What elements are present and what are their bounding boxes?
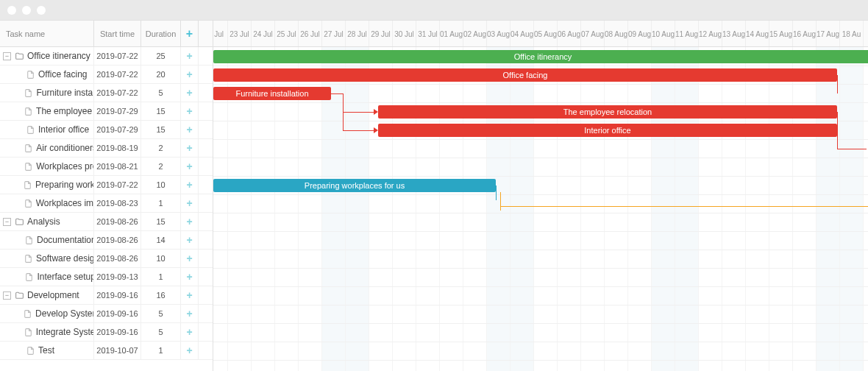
task-start-cell[interactable]: 2019-09-16: [94, 305, 141, 322]
task-start-cell[interactable]: 2019-09-16: [94, 286, 141, 304]
gantt-bar[interactable]: Office itinerancy: [213, 50, 868, 63]
task-duration-cell[interactable]: 1: [141, 194, 181, 212]
task-name-cell[interactable]: Office facing: [0, 66, 94, 83]
task-row[interactable]: Workplaces imp2019-08-231+: [0, 194, 213, 213]
task-row[interactable]: Test2019-10-071+: [0, 342, 213, 360]
task-start-cell[interactable]: 2019-09-16: [94, 323, 141, 341]
task-start-cell[interactable]: 2019-07-29: [94, 121, 141, 138]
task-start-cell[interactable]: 2019-08-19: [94, 139, 141, 157]
add-task-button[interactable]: +: [181, 47, 199, 65]
task-duration-cell[interactable]: 5: [141, 84, 181, 102]
task-row[interactable]: −Development2019-09-1616+: [0, 286, 213, 305]
add-task-button[interactable]: +: [181, 84, 199, 102]
task-name-cell[interactable]: Workplaces imp: [0, 194, 94, 212]
col-header-add[interactable]: +: [181, 21, 199, 46]
add-task-button[interactable]: +: [181, 305, 199, 322]
task-start-cell[interactable]: 2019-08-21: [94, 158, 141, 175]
add-task-button[interactable]: +: [181, 286, 199, 304]
task-start-cell[interactable]: 2019-08-26: [94, 231, 141, 249]
add-task-button[interactable]: +: [181, 213, 199, 230]
task-row[interactable]: Interface setup2019-09-131+: [0, 268, 213, 286]
task-name-cell[interactable]: Workplaces pre: [0, 158, 94, 175]
task-name-cell[interactable]: −Office itinerancy: [0, 47, 94, 65]
task-duration-cell[interactable]: 5: [141, 323, 181, 341]
collapse-toggle[interactable]: −: [3, 52, 11, 60]
col-header-name[interactable]: Task name: [0, 21, 94, 46]
task-name-cell[interactable]: Test: [0, 342, 94, 359]
gantt-bar[interactable]: Interior office: [378, 124, 837, 137]
gantt-bar[interactable]: The employee relocation: [378, 105, 837, 119]
window-dot[interactable]: [37, 6, 46, 15]
add-task-button[interactable]: +: [181, 268, 199, 286]
task-row[interactable]: −Analysis2019-08-2615+: [0, 213, 213, 231]
task-row[interactable]: Develop System2019-09-165+: [0, 305, 213, 323]
col-header-duration[interactable]: Duration: [141, 21, 181, 46]
task-name-cell[interactable]: −Development: [0, 286, 94, 304]
add-task-button[interactable]: +: [181, 121, 199, 138]
task-duration-cell[interactable]: 15: [141, 102, 181, 120]
col-header-start[interactable]: Start time: [94, 21, 141, 46]
task-start-cell[interactable]: 2019-07-22: [94, 84, 141, 102]
add-task-button[interactable]: +: [181, 102, 199, 120]
task-start-cell[interactable]: 2019-08-26: [94, 213, 141, 230]
task-duration-cell[interactable]: 10: [141, 250, 181, 267]
gantt-bar[interactable]: Preparing workplaces for us: [213, 179, 496, 192]
task-duration-cell[interactable]: 15: [141, 121, 181, 138]
task-duration-cell[interactable]: 10: [141, 176, 181, 194]
task-start-cell[interactable]: 2019-07-29: [94, 102, 141, 120]
task-row[interactable]: Furniture install2019-07-225+: [0, 84, 213, 102]
task-row[interactable]: Software desigr2019-08-2610+: [0, 250, 213, 268]
add-task-button[interactable]: +: [181, 139, 199, 157]
task-name-cell[interactable]: Preparing workp: [0, 176, 94, 194]
task-name-cell[interactable]: Software desigr: [0, 250, 94, 267]
task-duration-cell[interactable]: 14: [141, 231, 181, 249]
task-duration-cell[interactable]: 2: [141, 158, 181, 175]
task-duration-cell[interactable]: 16: [141, 286, 181, 304]
task-start-cell[interactable]: 2019-07-22: [94, 47, 141, 65]
task-row[interactable]: Air conditioners2019-08-192+: [0, 139, 213, 158]
task-name-cell[interactable]: Interior office: [0, 121, 94, 138]
task-row[interactable]: The employee r2019-07-2915+: [0, 102, 213, 121]
collapse-toggle[interactable]: −: [3, 218, 11, 226]
task-name-cell[interactable]: Interface setup: [0, 268, 94, 286]
task-row[interactable]: Office facing2019-07-2220+: [0, 66, 213, 84]
gantt-timeline[interactable]: 2 Jul23 Jul24 Jul25 Jul26 Jul27 Jul28 Ju…: [213, 21, 868, 371]
task-row[interactable]: Preparing workp2019-07-2210+: [0, 176, 213, 194]
task-name-cell[interactable]: The employee r: [0, 102, 94, 120]
gantt-bar[interactable]: Office facing: [213, 68, 837, 82]
task-row[interactable]: −Office itinerancy2019-07-2225+: [0, 47, 213, 66]
add-task-button[interactable]: +: [181, 231, 199, 249]
task-start-cell[interactable]: 2019-09-13: [94, 268, 141, 286]
task-row[interactable]: Integrate Syster2019-09-165+: [0, 323, 213, 342]
task-name-cell[interactable]: Integrate Syster: [0, 323, 94, 341]
task-name-cell[interactable]: Furniture install: [0, 84, 94, 102]
task-duration-cell[interactable]: 2: [141, 139, 181, 157]
task-name-cell[interactable]: Documentation: [0, 231, 94, 249]
collapse-toggle[interactable]: −: [3, 292, 11, 300]
window-dot[interactable]: [7, 6, 16, 15]
add-task-button[interactable]: +: [181, 158, 199, 175]
task-start-cell[interactable]: 2019-10-07: [94, 342, 141, 359]
task-row[interactable]: Documentation2019-08-2614+: [0, 231, 213, 250]
task-duration-cell[interactable]: 1: [141, 342, 181, 359]
add-task-button[interactable]: +: [181, 250, 199, 267]
add-task-button[interactable]: +: [181, 323, 199, 341]
add-task-button[interactable]: +: [181, 194, 199, 212]
gantt-bar[interactable]: Furniture installation: [213, 87, 331, 100]
add-task-button[interactable]: +: [181, 66, 199, 83]
window-dot[interactable]: [22, 6, 31, 15]
task-name-cell[interactable]: −Analysis: [0, 213, 94, 230]
task-row[interactable]: Workplaces pre2019-08-212+: [0, 158, 213, 176]
task-duration-cell[interactable]: 1: [141, 268, 181, 286]
task-start-cell[interactable]: 2019-08-23: [94, 194, 141, 212]
task-row[interactable]: Interior office2019-07-2915+: [0, 121, 213, 139]
timeline-body[interactable]: Office itinerancyOffice facingFurniture …: [213, 47, 868, 371]
task-duration-cell[interactable]: 5: [141, 305, 181, 322]
task-duration-cell[interactable]: 15: [141, 213, 181, 230]
add-task-button[interactable]: +: [181, 342, 199, 359]
task-start-cell[interactable]: 2019-08-26: [94, 250, 141, 267]
task-duration-cell[interactable]: 20: [141, 66, 181, 83]
add-task-button[interactable]: +: [181, 176, 199, 194]
task-duration-cell[interactable]: 25: [141, 47, 181, 65]
task-name-cell[interactable]: Air conditioners: [0, 139, 94, 157]
